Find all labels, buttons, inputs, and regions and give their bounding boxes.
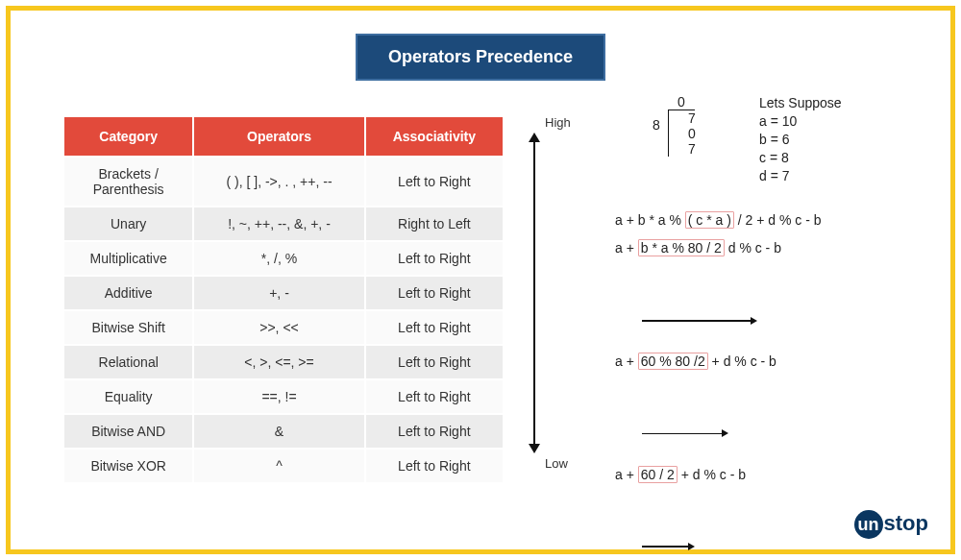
cell-operators: !, ~, ++, --, &, +, - bbox=[193, 207, 364, 241]
divisor: 8 bbox=[653, 117, 660, 133]
table-row: Equality==, !=Left to Right bbox=[63, 379, 504, 414]
step-3: a + 60 % 80 /2 + d % c - b bbox=[615, 348, 822, 461]
axis-line bbox=[533, 139, 535, 447]
cell-associativity: Left to Right bbox=[365, 379, 504, 414]
table-row: Brackets /Parenthesis( ), [ ], ->, . , +… bbox=[63, 157, 504, 207]
table-row: Bitwise XOR^Left to Right bbox=[63, 449, 504, 483]
cell-associativity: Left to Right bbox=[365, 157, 504, 207]
step-4: a + 60 / 2 + d % c - b bbox=[615, 461, 822, 560]
highlight: 60 / 2 bbox=[638, 466, 678, 483]
suppose-title: Lets Suppose bbox=[759, 94, 842, 112]
evaluation-steps: a + b * a % ( c * a ) / 2 + d % c - b a … bbox=[615, 207, 822, 560]
precedence-axis: High Low bbox=[524, 115, 581, 471]
cell-operators: >>, << bbox=[193, 310, 364, 345]
precedence-table: Category Operators Associativity Bracket… bbox=[62, 115, 505, 484]
cell-category: Additive bbox=[63, 276, 193, 310]
cell-associativity: Right to Left bbox=[365, 207, 504, 241]
table-row: Unary!, ~, ++, --, &, +, -Right to Left bbox=[63, 207, 504, 241]
highlight: 60 % 80 /2 bbox=[638, 353, 708, 370]
cell-operators: ^ bbox=[193, 449, 364, 483]
table-row: Additive+, -Left to Right bbox=[63, 276, 504, 310]
col-operators: Operators bbox=[193, 116, 364, 157]
arrow-right-icon bbox=[688, 543, 695, 550]
table-row: Relational<, >, <=, >=Left to Right bbox=[63, 345, 504, 379]
cell-category: Bitwise XOR bbox=[63, 449, 193, 483]
table-row: Bitwise AND&Left to Right bbox=[63, 414, 504, 449]
axis-label-low: Low bbox=[545, 456, 568, 471]
arrow-right-icon bbox=[751, 317, 757, 325]
arrow-down-icon bbox=[529, 444, 540, 453]
axis-label-high: High bbox=[545, 115, 571, 130]
cell-associativity: Left to Right bbox=[365, 449, 504, 483]
highlight: ( c * a ) bbox=[685, 211, 734, 229]
divline-1: 7 bbox=[678, 110, 705, 126]
cell-associativity: Left to Right bbox=[365, 345, 504, 379]
arrow-right-icon bbox=[722, 429, 728, 437]
cell-associativity: Left to Right bbox=[365, 310, 504, 345]
cell-operators: & bbox=[193, 414, 364, 449]
cell-category: Relational bbox=[63, 345, 193, 379]
suppose-a: a = 10 bbox=[759, 112, 842, 131]
cell-operators: <, >, <=, >= bbox=[193, 345, 364, 379]
highlight: b * a % 80 / 2 bbox=[638, 239, 725, 256]
cell-category: Bitwise AND bbox=[63, 414, 193, 449]
page-title: Operators Precedence bbox=[356, 34, 605, 81]
suppose-d: d = 7 bbox=[759, 167, 842, 185]
step-2: a + b * a % 80 / 2 d % c - b bbox=[615, 234, 822, 348]
quotient: 0 bbox=[668, 94, 695, 110]
logo-badge: un bbox=[854, 510, 883, 539]
cell-operators: +, - bbox=[193, 276, 364, 310]
step-1: a + b * a % ( c * a ) / 2 + d % c - b bbox=[615, 207, 822, 234]
suppose-c: c = 8 bbox=[759, 149, 842, 167]
suppose-b: b = 6 bbox=[759, 131, 842, 149]
cell-category: Brackets /Parenthesis bbox=[63, 157, 193, 207]
cell-category: Multiplicative bbox=[63, 241, 193, 276]
long-division: 8 0 7 0 7 bbox=[668, 94, 705, 157]
table-header-row: Category Operators Associativity bbox=[63, 116, 504, 157]
table-body: Brackets /Parenthesis( ), [ ], ->, . , +… bbox=[63, 157, 504, 483]
cell-associativity: Left to Right bbox=[365, 276, 504, 310]
col-associativity: Associativity bbox=[365, 116, 504, 157]
cell-category: Unary bbox=[63, 207, 193, 241]
table-row: Bitwise Shift>>, <<Left to Right bbox=[63, 310, 504, 345]
divline-3: 7 bbox=[678, 141, 705, 157]
divline-2: 0 bbox=[678, 126, 705, 141]
cell-category: Bitwise Shift bbox=[63, 310, 193, 345]
cell-category: Equality bbox=[63, 379, 193, 414]
col-category: Category bbox=[63, 116, 193, 157]
cell-associativity: Left to Right bbox=[365, 414, 504, 449]
cell-operators: ==, != bbox=[193, 379, 364, 414]
cell-operators: *, /, % bbox=[193, 241, 364, 276]
table-row: Multiplicative*, /, %Left to Right bbox=[63, 241, 504, 276]
logo-text: stop bbox=[884, 511, 928, 535]
suppose-block: Lets Suppose a = 10 b = 6 c = 8 d = 7 bbox=[759, 94, 842, 184]
cell-associativity: Left to Right bbox=[365, 241, 504, 276]
brand-logo: unstop bbox=[854, 510, 928, 539]
cell-operators: ( ), [ ], ->, . , ++, -- bbox=[193, 157, 364, 207]
